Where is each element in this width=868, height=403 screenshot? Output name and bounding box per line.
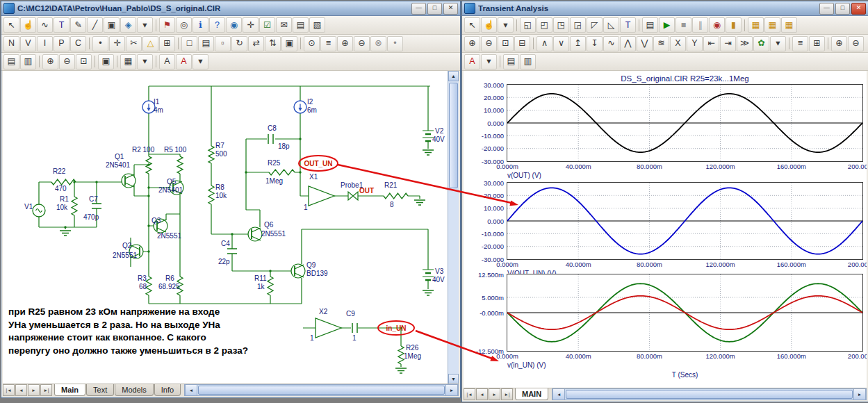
cursor-mode-icon[interactable]: ◰ <box>537 17 552 33</box>
font-icon[interactable]: A <box>159 54 175 69</box>
zoom-in-icon[interactable]: ⊕ <box>337 36 353 51</box>
zoom-out-icon[interactable]: ⊖ <box>59 54 75 69</box>
global-high-icon[interactable]: ⋀ <box>620 36 636 51</box>
point-tag-icon[interactable]: ◳ <box>553 17 569 33</box>
scroll-left-icon[interactable]: ◄ <box>552 389 565 400</box>
box-select-icon[interactable]: ▫ <box>215 36 231 51</box>
select-tool-icon[interactable]: ↖ <box>464 17 480 33</box>
flag-mode-icon[interactable]: ⚑ <box>159 17 175 33</box>
grabber-tool-icon[interactable]: ☝ <box>20 17 36 33</box>
tokens-icon[interactable]: ▮ <box>726 17 742 33</box>
horizontal-tag-icon[interactable]: ◲ <box>570 17 586 33</box>
global-low-icon[interactable]: ⋁ <box>637 36 653 51</box>
warning-icon[interactable]: △ <box>142 36 158 51</box>
scroll-right-icon[interactable]: ► <box>853 389 866 400</box>
tag-left-icon[interactable]: ⇤ <box>703 36 719 51</box>
plot-canvas-3[interactable] <box>507 274 862 351</box>
enable-region-icon[interactable]: ☑ <box>259 17 275 33</box>
envelope-icon[interactable]: ≋ <box>653 36 669 51</box>
cursor-position-icon[interactable]: ⊞ <box>809 36 825 51</box>
font-color-dropdown-icon[interactable]: ▾ <box>481 54 497 69</box>
copy-icon[interactable]: ▤ <box>503 54 519 69</box>
font-color-icon[interactable]: A <box>176 54 192 69</box>
find-component-icon[interactable]: ◎ <box>176 17 192 33</box>
minimize-button[interactable]: — <box>819 3 834 15</box>
font-color-icon[interactable]: A <box>464 54 480 69</box>
scrollbar-thumb[interactable] <box>566 390 853 399</box>
horizontal-scrollbar[interactable]: ◄ ► <box>184 384 459 396</box>
minimize-button[interactable]: — <box>411 3 426 15</box>
paste-icon[interactable]: ▥ <box>20 54 36 69</box>
animate-icon[interactable]: ✿ <box>753 36 769 51</box>
properties-dropdown-icon[interactable]: ▾ <box>498 17 514 33</box>
tab-scroll-button[interactable]: ► <box>28 384 40 396</box>
flip-vertical-icon[interactable]: ⇅ <box>265 36 281 51</box>
plot-canvas-2[interactable] <box>507 183 862 259</box>
current-display-icon[interactable]: I <box>37 36 53 51</box>
vertical-tag-icon[interactable]: ◸ <box>587 17 603 33</box>
open-icon[interactable]: ▤ <box>198 36 214 51</box>
normalize-icon[interactable]: ≡ <box>792 36 808 51</box>
restore-scale-icon[interactable]: ⊟ <box>514 36 530 51</box>
scroll-right-icon[interactable]: ► <box>445 385 458 395</box>
zoom-out-icon[interactable]: ⊖ <box>481 36 497 51</box>
info-mode-icon[interactable]: ℹ <box>193 17 208 33</box>
component-palette-icon[interactable]: ◈ <box>120 17 136 33</box>
node-voltages-icon[interactable]: V <box>20 36 36 51</box>
valley-icon[interactable]: ∨ <box>553 36 569 51</box>
tab-models[interactable]: Models <box>115 384 153 396</box>
zoom-in-icon[interactable]: ⊕ <box>464 36 480 51</box>
step-icon[interactable]: ▣ <box>281 36 297 51</box>
stop-icon[interactable]: ■ <box>675 17 691 33</box>
plot-canvas-1[interactable] <box>507 85 862 161</box>
close-window-icon[interactable]: ⊗ <box>370 36 386 51</box>
low-icon[interactable]: ↧ <box>587 36 603 51</box>
tab-main[interactable]: MAIN <box>515 388 548 400</box>
crosshair-icon[interactable]: ✛ <box>109 36 125 51</box>
pin-connections-icon[interactable]: • <box>92 36 108 51</box>
grid-pattern-icon[interactable]: ▦ <box>120 54 136 69</box>
node-numbers-icon[interactable]: N <box>3 36 19 51</box>
scrollbar-thumb[interactable] <box>449 83 458 188</box>
tab-scroll-button[interactable]: ►| <box>501 388 513 400</box>
point-probe-icon[interactable]: ✛ <box>243 17 259 33</box>
link-mode-icon[interactable]: ◉ <box>226 17 242 33</box>
mail-icon[interactable]: ✉ <box>276 17 292 33</box>
tab-main[interactable]: Main <box>54 384 85 396</box>
peak-icon[interactable]: ∧ <box>537 36 552 51</box>
text-mode-icon[interactable]: T <box>54 17 69 33</box>
dot-icon[interactable]: • <box>387 36 403 51</box>
select-tool-icon[interactable]: ↖ <box>3 17 19 33</box>
plot-area[interactable]: DS_S_original.CIR R25=23k...1Meg30.00020… <box>464 71 867 388</box>
horizontal-scrollbar[interactable]: ◄ ► <box>552 388 867 400</box>
go-to-y-icon[interactable]: Y <box>687 36 703 51</box>
copy-to-clipboard-icon[interactable]: ▤ <box>3 54 19 69</box>
flip-horizontal-icon[interactable]: ⇄ <box>248 36 264 51</box>
calc-icon[interactable]: ▧ <box>309 17 325 33</box>
repeat-icon[interactable]: ≡ <box>320 36 336 51</box>
rotate-icon[interactable]: ↻ <box>231 36 247 51</box>
tab-scroll-button[interactable]: |◄ <box>464 388 475 400</box>
close-button[interactable]: ✕ <box>443 3 458 15</box>
tab-scroll-button[interactable]: ◄ <box>476 388 488 400</box>
schematic-titlebar[interactable]: C:\MC12\DATA\Petrov\Huan_Pablo\DS_S_orig… <box>1 1 460 16</box>
data-points-icon[interactable]: ◉ <box>709 17 725 33</box>
tab-info[interactable]: Info <box>154 384 181 396</box>
text-mode-icon[interactable]: T <box>620 17 636 33</box>
condition-display-icon[interactable]: C <box>70 36 86 51</box>
component-dropdown-icon[interactable]: ▾ <box>137 17 153 33</box>
numeric-output-icon[interactable]: ▦ <box>748 17 764 33</box>
graphics-mode-icon[interactable]: ✎ <box>70 17 86 33</box>
performance-tag-icon[interactable]: ◺ <box>603 17 619 33</box>
power-display-icon[interactable]: P <box>54 36 69 51</box>
next-simulation-icon[interactable]: ≫ <box>737 36 753 51</box>
tab-text[interactable]: Text <box>86 384 114 396</box>
go-to-x-icon[interactable]: X <box>670 36 686 51</box>
schematic-canvas[interactable]: V1R22470R110kC7470pI14mI26mQ12N5401R2 10… <box>3 71 459 384</box>
scroll-down-icon[interactable]: ▼ <box>448 374 459 384</box>
zoom-out-cursor-icon[interactable]: ⊖ <box>848 36 864 51</box>
scrollbar-thumb[interactable] <box>198 386 445 395</box>
pause-icon[interactable]: ∥ <box>692 17 708 33</box>
picture-mode-icon[interactable]: ▣ <box>104 17 120 33</box>
zoom-out-icon[interactable]: ⊖ <box>354 36 370 51</box>
